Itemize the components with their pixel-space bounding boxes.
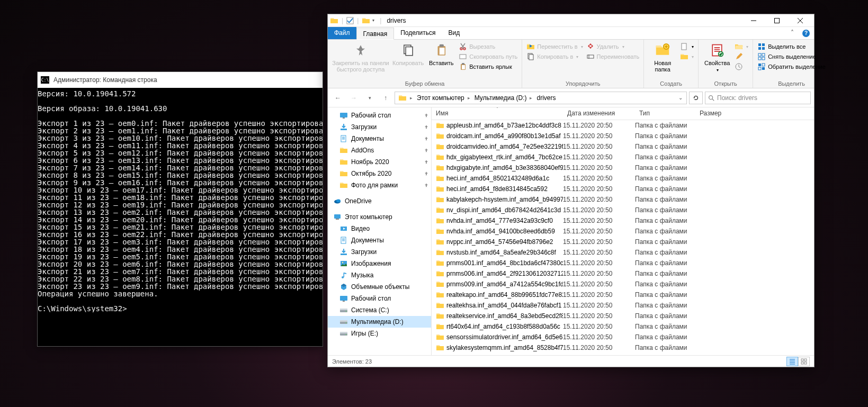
nav-item[interactable]: Документы [328, 133, 431, 144]
table-row[interactable]: nvhda.inf_amd64_94100bc8eed6db5915.11.20… [432, 226, 814, 237]
delete-button[interactable]: Удалить▾ [585, 42, 641, 51]
table-row[interactable]: prnms009.inf_amd64_a7412a554c9bc1fd15.11… [432, 279, 814, 290]
history-button[interactable] [733, 62, 749, 71]
table-row[interactable]: droidcam.inf_amd64_a990f80b13e1d5af15.11… [432, 131, 814, 141]
console-titlebar[interactable]: C:\ Администратор: Командная строка [38, 72, 323, 88]
forward-button[interactable]: → [347, 91, 361, 105]
breadcrumb-segment[interactable]: Этот компьютер▸ [415, 94, 472, 102]
refresh-button[interactable] [689, 92, 703, 104]
rename-button[interactable]: Переименовать [585, 52, 641, 61]
table-row[interactable]: prnms001.inf_amd64_8bc1bda6cf47380c15.11… [432, 258, 814, 268]
breadcrumb[interactable]: ▸ Этот компьютер▸ Мультимедиа (D:)▸ driv… [395, 92, 687, 104]
cut-button[interactable]: Вырезать [458, 42, 518, 51]
table-row[interactable]: prnms006.inf_amd64_2f9213061203271215.11… [432, 268, 814, 279]
nav-item[interactable]: Игры (E:) [328, 328, 431, 339]
nav-item[interactable]: Музыка [328, 269, 431, 281]
table-row[interactable]: appleusb.inf_amd64_b73ae12bc4ddf3c815.11… [432, 120, 814, 131]
recent-locations-button[interactable]: ▾ [363, 91, 377, 105]
command-prompt-window[interactable]: C:\ Администратор: Командная строка Верс… [37, 71, 323, 347]
close-button[interactable] [789, 14, 812, 27]
nav-item[interactable]: Загрузки [328, 246, 431, 258]
invert-selection-button[interactable]: Обратить выделение [756, 62, 827, 71]
move-to-button[interactable]: Переместить в▾ [525, 42, 584, 51]
ribbon-collapse-button[interactable]: ˄ [786, 27, 798, 39]
table-row[interactable]: nv_dispi.inf_amd64_db678424d2641c3d15.11… [432, 205, 814, 215]
table-row[interactable]: hdxgigabyte.inf_amd64_b3e38368040ef91115… [432, 162, 814, 173]
back-button[interactable]: ← [331, 91, 345, 105]
nav-item[interactable]: Ноябрь 2020 [328, 156, 431, 168]
table-row[interactable]: nvppc.inf_amd64_57456e94fb8796e215.11.20… [432, 237, 814, 247]
tab-home[interactable]: Главная [356, 28, 395, 40]
nav-item[interactable]: Объемные объекты [328, 281, 431, 293]
icons-view-button[interactable] [798, 357, 810, 366]
pin-to-quick-access-button[interactable]: Закрепить на панели быстрого доступа [331, 41, 390, 74]
minimize-button[interactable] [742, 14, 765, 27]
console-output[interactable]: Версия: 10.0.19041.572 Версия образа: 10… [38, 88, 323, 312]
nav-item[interactable]: Видео [328, 223, 431, 234]
nav-item[interactable]: Октябрь 2020 [328, 168, 431, 179]
nav-item[interactable]: Изображения [328, 258, 431, 269]
column-size[interactable]: Размер [695, 107, 814, 120]
table-row[interactable]: hdx_gigabyteext_rtk.inf_amd64_7bc62ce...… [432, 152, 814, 162]
nav-item[interactable]: Документы [328, 234, 431, 246]
paste-shortcut-button[interactable]: Вставить ярлык [458, 62, 518, 71]
paste-button[interactable]: Вставить [426, 41, 457, 67]
table-row[interactable]: nvstusb.inf_amd64_8a5eafe29b346c8f15.11.… [432, 247, 814, 258]
nav-item[interactable]: AddOns [328, 144, 431, 156]
copy-path-button[interactable]: Скопировать путь [458, 52, 518, 61]
table-row[interactable]: droidcamvideo.inf_amd64_7e25ee32219f...1… [432, 141, 814, 152]
easy-access-button[interactable]: ▾ [679, 52, 695, 61]
tab-share[interactable]: Поделиться [394, 27, 442, 39]
breadcrumb-segment[interactable]: Мультимедиа (D:)▸ [472, 94, 535, 102]
table-row[interactable]: heci.inf_amd64_85021432489d6a1c15.11.202… [432, 173, 814, 184]
details-view-button[interactable] [786, 357, 798, 366]
qat-dropdown-icon[interactable]: ▾ [372, 18, 374, 23]
table-row[interactable]: realtekapo.inf_amd64_88b99651fdc77e8215.… [432, 290, 814, 300]
chevron-right-icon[interactable]: ▸ [468, 95, 470, 101]
table-row[interactable]: realtekhsa.inf_amd64_044fda8e76fabcf115.… [432, 300, 814, 311]
nav-item[interactable]: Рабочий стол [328, 110, 431, 121]
nav-item[interactable]: Загрузки [328, 121, 431, 133]
table-row[interactable]: sensorssimulatordriver.inf_amd64_6d5e6..… [432, 332, 814, 342]
new-item-button[interactable]: ▾ [679, 42, 695, 51]
select-all-button[interactable]: Выделить все [756, 42, 827, 51]
column-headers[interactable]: Имя˄ Дата изменения Тип Размер [432, 107, 814, 120]
file-list[interactable]: appleusb.inf_amd64_b73ae12bc4ddf3c815.11… [432, 120, 814, 355]
help-button[interactable]: ? [798, 27, 814, 39]
up-button[interactable]: ↑ [379, 91, 392, 105]
address-history-button[interactable]: ⌄ [676, 93, 685, 103]
table-row[interactable]: realtekservice.inf_amd64_8a3ebd5ecd2f8..… [432, 311, 814, 321]
table-row[interactable]: nvhda.inf_amd64_777e9342a93c9cf015.11.20… [432, 215, 814, 226]
search-input[interactable]: Поиск: drivers [705, 92, 811, 104]
table-row[interactable]: kabylakepch-hsystem.inf_amd64_b94997...1… [432, 194, 814, 205]
explorer-window[interactable]: | | ▾ | drivers Файл Главная Поделиться … [327, 14, 815, 367]
navigation-pane[interactable]: Рабочий столЗагрузкиДокументыAddOnsНоябр… [328, 107, 432, 355]
table-row[interactable]: skylakesystemqmm.inf_amd64_8528b4f715.11… [432, 342, 814, 353]
properties-button[interactable]: Свойства▾ [702, 41, 732, 75]
nav-item[interactable]: OneDrive [328, 195, 431, 207]
nav-item[interactable]: Рабочий стол [328, 293, 431, 304]
maximize-button[interactable] [765, 14, 789, 27]
nav-item[interactable]: Мультимедиа (D:) [328, 316, 431, 328]
select-none-button[interactable]: Снять выделение [756, 52, 827, 61]
new-folder-button[interactable]: Новая папка [647, 41, 678, 74]
tab-view[interactable]: Вид [442, 27, 466, 39]
column-date[interactable]: Дата изменения [563, 107, 635, 120]
qat-folder-icon[interactable] [362, 16, 370, 25]
table-row[interactable]: heci.inf_amd64_f8de8314845ca59215.11.202… [432, 184, 814, 194]
copy-to-button[interactable]: Копировать в▾ [525, 52, 584, 61]
edit-button[interactable] [733, 52, 749, 61]
open-button[interactable]: ▾ [733, 42, 749, 51]
chevron-right-icon[interactable]: ▸ [410, 95, 413, 101]
column-name[interactable]: Имя˄ [432, 107, 563, 120]
tab-file[interactable]: Файл [328, 27, 356, 39]
copy-button[interactable]: Копировать [391, 41, 425, 67]
chevron-right-icon[interactable]: ▸ [530, 95, 532, 101]
nav-item[interactable]: Фото для рамки [328, 179, 431, 191]
column-type[interactable]: Тип [635, 107, 695, 120]
breadcrumb-segment[interactable]: drivers [534, 94, 558, 102]
qat-checkbox-icon[interactable] [346, 17, 354, 24]
table-row[interactable]: rt640x64.inf_amd64_c193b8f588d0a56c15.11… [432, 321, 814, 332]
nav-item[interactable]: Этот компьютер [328, 211, 431, 223]
nav-item[interactable]: Система (C:) [328, 304, 431, 316]
